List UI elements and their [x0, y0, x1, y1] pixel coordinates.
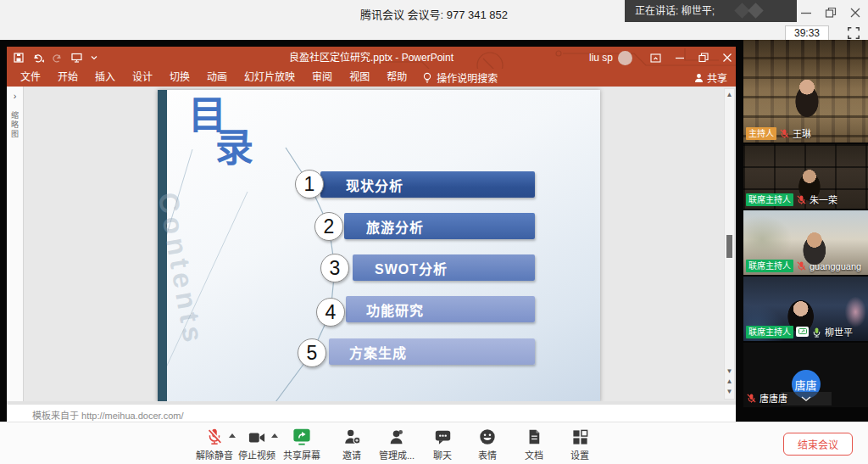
camera-icon — [247, 429, 267, 446]
toc-number-circle: 1 — [295, 170, 324, 198]
mic-muted-icon — [796, 194, 807, 205]
ppt-scrollbar[interactable]: ▲ ▼ ▲ ▼ — [724, 88, 735, 400]
previous-slide-icon[interactable]: ▲ — [725, 377, 734, 387]
chevron-down-icon — [801, 396, 811, 401]
ribbon-options-icon[interactable] — [650, 53, 661, 63]
participant-tile[interactable]: 联席主持人 朱一荣 — [743, 144, 868, 209]
mic-muted-icon — [796, 260, 807, 271]
tab-insert[interactable]: 插入 — [86, 69, 124, 87]
ppt-minimize-icon[interactable] — [675, 53, 685, 63]
scroll-down-icon[interactable]: ▼ — [725, 366, 734, 377]
participant-tile[interactable]: 联席主持人 guangguang — [743, 210, 868, 275]
redo-icon[interactable] — [53, 53, 63, 63]
invite-button[interactable]: 邀请 — [328, 427, 376, 461]
save-icon[interactable] — [14, 53, 24, 63]
participant-tile[interactable]: 联席主持人 柳世平 — [743, 277, 868, 341]
toc-number-circle: 4 — [316, 298, 345, 327]
tab-home[interactable]: 开始 — [49, 69, 86, 87]
ppt-ribbon-tabs: 文件 开始 插入 设计 切换 动画 幻灯片放映 审阅 视图 帮助 操作说明搜索 — [7, 69, 736, 87]
emoji-label: 表情 — [464, 448, 511, 461]
invite-label: 邀请 — [328, 448, 376, 461]
docs-label: 文档 — [510, 448, 558, 461]
person-icon — [694, 73, 704, 83]
restore-icon[interactable] — [825, 7, 837, 19]
toc-item-bar: 现状分析 — [320, 171, 535, 198]
ppt-editing-area: › 缩略图 目 录 Contents 1 现状分析 2 — [7, 87, 736, 401]
ppt-document-title: 良盈社区定位研究.pptx - PowerPoint — [289, 47, 453, 69]
toc-number-circle: 5 — [298, 338, 326, 367]
members-icon — [387, 428, 407, 446]
chat-bubble-icon — [433, 428, 453, 446]
emoji-button[interactable]: 表情 — [464, 427, 511, 461]
end-meeting-button[interactable]: 结束会议 — [783, 433, 853, 456]
minimize-icon[interactable] — [800, 7, 812, 19]
tab-design[interactable]: 设计 — [124, 69, 161, 87]
participant-name: 柳世平 — [825, 325, 853, 338]
share-screen-icon — [292, 428, 312, 446]
slide-canvas: 目 录 Contents 1 现状分析 2 旅游分析 3 SWOT分析 4 功能… — [158, 90, 600, 402]
unmute-label: 解除静音 — [191, 448, 238, 461]
toc-item-bar: SWOT分析 — [353, 254, 535, 281]
share-screen-label: 共享屏幕 — [278, 448, 326, 461]
ppt-account-avatar[interactable] — [618, 51, 632, 65]
manage-members-label: 管理成... — [373, 448, 420, 461]
tab-slideshow[interactable]: 幻灯片放映 — [236, 69, 303, 87]
ppt-share-label: 共享 — [707, 70, 727, 85]
toc-item-bar: 功能研究 — [346, 296, 535, 322]
settings-label: 设置 — [556, 448, 604, 461]
scroll-up-icon[interactable]: ▲ — [725, 90, 734, 100]
lightbulb-icon — [422, 72, 432, 83]
tab-file[interactable]: 文件 — [12, 69, 49, 87]
mic-muted-icon — [779, 128, 790, 139]
stop-video-label: 停止视频 — [233, 448, 281, 461]
stop-video-button[interactable]: 停止视频 — [233, 427, 281, 461]
video-options-caret[interactable] — [271, 433, 278, 438]
tab-help[interactable]: 帮助 — [378, 69, 415, 87]
tab-animations[interactable]: 动画 — [198, 69, 236, 87]
thumbnail-pane-label: 缩略图 — [9, 111, 20, 139]
fullscreen-icon[interactable] — [847, 26, 860, 40]
participant-tile[interactable]: 唐唐 唐唐唐 — [743, 343, 868, 407]
speaking-toast-text: 正在讲话: 柳世平; — [635, 5, 715, 17]
sharing-indicator-icon — [796, 327, 809, 337]
participant-name: 王琳 — [793, 126, 811, 140]
participant-tile[interactable]: 主持人 王琳 — [743, 40, 868, 143]
ppt-close-icon[interactable] — [722, 53, 732, 63]
document-icon — [526, 428, 542, 446]
participant-name: 朱一荣 — [810, 193, 837, 206]
settings-grid-icon — [571, 428, 589, 446]
next-slide-icon[interactable]: ▼ — [725, 387, 734, 397]
mic-speaking-icon — [811, 327, 822, 338]
scrollbar-thumb[interactable] — [726, 235, 732, 258]
ppt-share-button[interactable]: 共享 — [694, 69, 727, 87]
speaking-toast: 正在讲话: 柳世平; — [625, 0, 797, 22]
tell-me-label: 操作说明搜索 — [437, 70, 498, 85]
settings-button[interactable]: 设置 — [556, 427, 604, 461]
screen: 腾讯会议 会议号: 977 341 852 正在讲话: 柳世平; 39:33 — [0, 0, 868, 464]
tab-review[interactable]: 审阅 — [303, 69, 341, 87]
role-badge: 联席主持人 — [746, 260, 793, 272]
ppt-restore-icon[interactable] — [698, 53, 709, 63]
chat-button[interactable]: 聊天 — [419, 427, 466, 461]
tab-view[interactable]: 视图 — [341, 69, 378, 87]
thumbnail-pane-collapsed[interactable]: › 缩略图 — [7, 87, 24, 401]
share-screen-button[interactable]: 共享屏幕 — [278, 427, 326, 461]
close-icon[interactable] — [849, 7, 861, 19]
chevron-right-icon[interactable]: › — [7, 91, 23, 101]
collapse-videos-button[interactable] — [781, 392, 832, 405]
tab-transitions[interactable]: 切换 — [161, 69, 198, 87]
role-badge: 联席主持人 — [746, 326, 793, 338]
tell-me-search[interactable]: 操作说明搜索 — [422, 70, 498, 85]
manage-members-button[interactable]: 管理成... — [373, 427, 420, 461]
unmute-button[interactable]: 解除静音 — [191, 427, 238, 461]
emoji-smile-icon — [478, 428, 497, 446]
docs-button[interactable]: 文档 — [510, 427, 558, 461]
participants-sidebar: 主持人 王琳 联席主持人 朱一荣 联席主持人 guangguang — [743, 40, 868, 422]
undo-icon[interactable] — [32, 53, 44, 63]
invite-person-icon — [342, 428, 362, 446]
participant-name: 唐唐唐 — [760, 391, 787, 405]
ppt-account-name[interactable]: liu sp — [589, 52, 613, 64]
slideshow-icon[interactable] — [71, 53, 82, 63]
mic-muted-icon — [205, 427, 224, 446]
qat-customize-icon[interactable] — [91, 55, 97, 60]
